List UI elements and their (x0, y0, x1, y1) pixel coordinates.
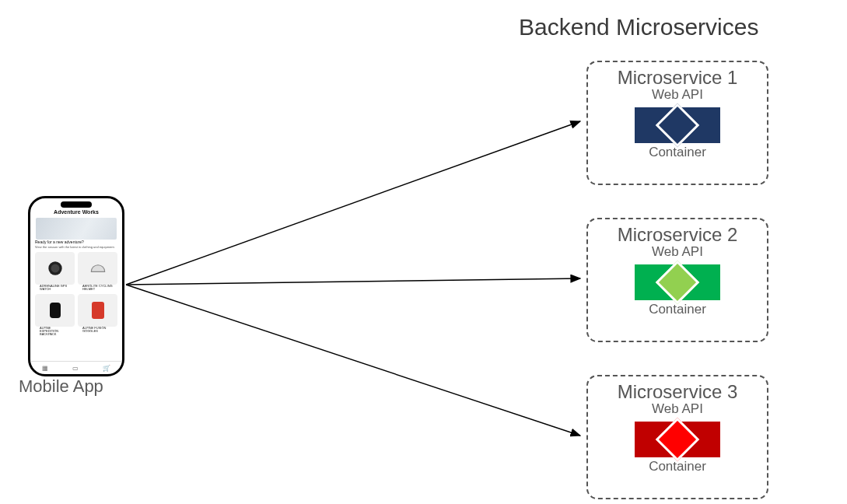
phone-hero-sub: View the season with the latest in cloth… (35, 246, 117, 249)
microservice-subtitle: Web API (588, 87, 767, 103)
hexagon-icon (656, 261, 700, 305)
microservice-1-box: Microservice 1 Web API Container (586, 61, 768, 185)
microservice-title: Microservice 2 (588, 224, 767, 246)
product-tile (35, 294, 75, 327)
svg-rect-3 (92, 302, 104, 319)
phone-hero-image (36, 218, 117, 240)
product-tile (78, 294, 117, 327)
product-name: ADRENALINE GPS WATCH (35, 285, 75, 291)
microservice-3-box: Microservice 3 Web API Container (586, 375, 768, 499)
product-name: AEROLITE CYCLING HELMET (78, 285, 117, 291)
home-icon: ▦ (42, 365, 48, 372)
hexagon-icon (656, 103, 700, 148)
container-chip (635, 107, 720, 143)
container-chip (635, 264, 720, 300)
svg-point-1 (51, 264, 59, 272)
microservice-subtitle: Web API (588, 401, 767, 417)
backpack-icon (47, 299, 63, 321)
arrow-to-ms1 (126, 121, 580, 285)
arrow-to-ms2 (126, 278, 580, 285)
arrow-to-ms3 (126, 285, 580, 436)
diagram-title: Backend Microservices (519, 14, 758, 40)
phone-notch (61, 201, 92, 208)
microservice-title: Microservice 1 (588, 67, 767, 89)
cart-icon: 🛒 (103, 365, 110, 372)
microservice-subtitle: Web API (588, 244, 767, 260)
product-tile (35, 252, 75, 285)
phone-product-grid: ADRENALINE GPS WATCH AEROLITE CYCLING HE… (30, 249, 122, 339)
svg-rect-2 (50, 303, 61, 318)
helmet-icon (88, 258, 108, 278)
watch-icon (45, 258, 65, 278)
product-tile (78, 252, 117, 285)
phone-tabbar: ▦ ▭ 🛒 (30, 361, 122, 374)
microservice-title: Microservice 3 (588, 381, 767, 403)
phone-hero-heading: Ready for a new adventure? (35, 240, 117, 245)
jacket-icon (89, 299, 107, 321)
search-icon: ▭ (72, 365, 79, 372)
microservice-2-box: Microservice 2 Web API Container (586, 218, 768, 342)
mobile-app-caption: Mobile App (19, 376, 103, 397)
mobile-app-mockup: Adventure Works Ready for a new adventur… (28, 196, 124, 376)
product-name: ALPINE FUSION GOGGLES (78, 327, 117, 333)
hexagon-icon (656, 418, 700, 462)
container-chip (635, 422, 720, 457)
phone-brand: Adventure Works (30, 209, 122, 215)
product-name: ALPINE EXPEDITION BACKPACK (35, 327, 75, 336)
